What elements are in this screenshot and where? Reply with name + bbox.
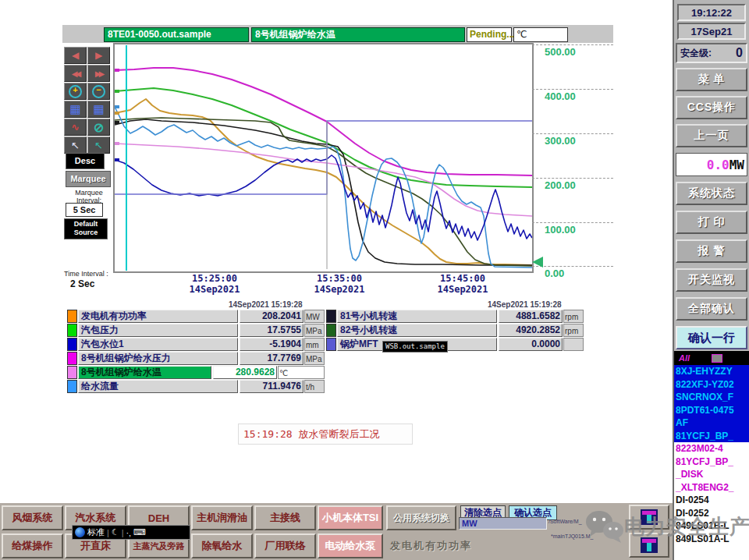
zoom-in-icon[interactable]: + <box>64 83 87 100</box>
trend-pen-icon[interactable]: ∿ <box>64 119 87 136</box>
ccs-operate-button[interactable]: CCS操作 <box>676 96 747 119</box>
legend-value: -5.1904 <box>240 338 304 351</box>
switch-monitor-button[interactable]: 开关监视 <box>676 268 747 292</box>
trend-line <box>115 155 532 240</box>
alarm-item[interactable]: 8223M02-4 <box>674 442 749 455</box>
menu-fengyan[interactable]: 风烟系统 <box>2 505 63 530</box>
previous-page-button[interactable]: 上一页 <box>676 124 747 147</box>
legend-name: 8号机组锅炉给水压力 <box>78 352 238 365</box>
ime-fullhalf-icon[interactable]: ☾ <box>112 527 119 537</box>
ime-mode-label[interactable]: 标准 <box>87 526 105 538</box>
legend-row[interactable]: 汽包压力 17.5755 MPa <box>67 324 325 337</box>
fast-back-icon[interactable]: ◀◀ <box>64 65 87 82</box>
cursor-suppress-icon[interactable]: ↖ <box>87 136 110 154</box>
pen-axis-marker <box>115 69 119 72</box>
trend-icon <box>641 509 658 525</box>
alarm-item[interactable]: _XLT8ENG2_ <box>674 481 749 494</box>
legend-unit: MPa <box>304 324 325 337</box>
alarm-item[interactable]: AF <box>674 416 749 430</box>
legend-name: 汽包压力 <box>78 324 238 337</box>
alarm-item[interactable]: 81YCFJ_BP_ <box>674 430 749 443</box>
cursor-icon[interactable]: ↖ <box>64 136 87 154</box>
mw-value: 0.0 <box>707 158 729 172</box>
default-source-button[interactable]: Default Source <box>64 218 108 239</box>
legend-row[interactable]: 8号机组锅炉给水压力 17.7769 MPa <box>67 352 325 365</box>
legend-row[interactable]: 82号小机转速 4920.2852 rpm <box>326 324 584 337</box>
confirm-one-row-button[interactable]: 确认一行 <box>676 326 747 349</box>
desc-button[interactable]: Desc <box>66 153 105 169</box>
trend-header-strip: 8TE01-0050.out.sample 8号机组锅炉给水温 Pending.… <box>62 25 613 43</box>
zoom-out-icon[interactable]: − <box>87 83 110 100</box>
security-level-box: 安全级: 0 <box>676 43 747 63</box>
alarm-item[interactable]: _DISK <box>674 468 749 481</box>
suppress-icon[interactable]: ⊘ <box>87 119 110 136</box>
ime-toolbar[interactable]: 标准 | ☾ | ·‚ ⌨ <box>72 525 190 540</box>
legend-value: 280.9628 <box>213 366 277 379</box>
alarm-button[interactable]: 报 警 <box>676 239 747 263</box>
ime-logo-icon <box>75 527 85 537</box>
menu-xiaoji-tsi[interactable]: 小机本体TSI <box>318 505 383 530</box>
zero-level-marker-icon <box>532 257 543 268</box>
menu-diandong-pump[interactable]: 电动给水泵 <box>318 533 383 558</box>
trend-page-button-1[interactable] <box>629 505 669 530</box>
legend-row[interactable]: 给水流量 711.9476 t/h <box>67 380 325 393</box>
step-forward-icon[interactable]: ▶ <box>87 47 110 64</box>
legend-unit: t/h <box>304 380 325 393</box>
legend-row[interactable]: 发电机有功功率 208.2041 MW <box>67 310 325 323</box>
alarm-item[interactable]: SNCRNOX_F <box>674 391 749 404</box>
legend-row-selected[interactable]: 8号机组锅炉给水温 280.9628 ℃ <box>67 366 325 379</box>
confirm-all-button[interactable]: 全部确认 <box>676 297 747 321</box>
mw-display: 0.0 MW <box>676 153 747 176</box>
system-status-button[interactable]: 系统状态 <box>676 182 747 205</box>
mw-select-field[interactable]: MW <box>459 517 547 530</box>
marquee-button[interactable]: Marquee <box>66 171 111 187</box>
mw-unit: MW <box>729 158 744 172</box>
menu-chuyang[interactable]: 除氧给水 <box>191 533 253 558</box>
trend-plot-area[interactable] <box>113 43 534 273</box>
alarm-item[interactable]: 81YCFJ_BP_ <box>674 455 749 469</box>
menu-changyong[interactable]: 厂用联络 <box>254 533 316 558</box>
all-filter-label[interactable]: All <box>679 353 690 363</box>
legend-unit: rpm <box>563 310 584 323</box>
grid-view-icon[interactable]: ▦ <box>87 101 110 118</box>
pen-color-swatch <box>67 310 77 323</box>
cursor-suppress-glyph: ↖ <box>94 140 103 151</box>
legend-row[interactable]: 81号小机转速 4881.6582 rpm <box>326 310 584 323</box>
legend-name: 汽包水位1 <box>78 338 238 351</box>
alarm-item[interactable]: 822XFJ-YZ02 <box>674 378 749 392</box>
menu-common-switch[interactable]: 公用系统切换 <box>386 505 456 530</box>
legend-row[interactable]: 锅炉MFT 0.0000 <box>326 338 584 351</box>
alarm-item[interactable]: DI-0252 <box>674 507 749 520</box>
alarm-item[interactable]: DI-0254 <box>674 494 749 507</box>
pen-color-swatch <box>67 324 77 337</box>
time-interval-label: Time Interval : <box>64 270 108 278</box>
ime-punct-icon[interactable]: ·‚ <box>126 528 131 537</box>
main-path-text: *mainTJQ015.M_ <box>551 533 593 539</box>
y-tick-500: 500.00 <box>532 44 613 60</box>
window-view-icon[interactable]: ▦ <box>64 101 87 118</box>
marquee-interval-value[interactable]: 5 Sec <box>66 203 103 217</box>
system-side-panel: 19:12:22 17Sep21 安全级: 0 菜 单 CCS操作 上一页 0.… <box>673 0 749 560</box>
menu-geimei[interactable]: 给煤操作 <box>2 533 63 558</box>
alarm-monitor-icon[interactable] <box>712 354 722 363</box>
alarm-item[interactable]: 849LS01B-L <box>674 519 749 533</box>
legend-row[interactable]: 汽包水位1 -5.1904 mm <box>67 338 325 351</box>
print-button[interactable]: 打 印 <box>676 211 747 234</box>
legend-unit: MW <box>304 310 325 323</box>
alarm-item[interactable]: 849LS01A-L <box>674 533 749 546</box>
alarm-item[interactable]: 8PDT61-0475 <box>674 404 749 417</box>
step-back-icon[interactable]: ◀ <box>64 47 87 64</box>
y-tick-0: 0.00 <box>532 266 613 282</box>
zoom-in-glyph: + <box>69 85 82 98</box>
y-tick-100: 100.00 <box>532 222 613 238</box>
point-tag-box[interactable]: 8TE01-0050.out.sample <box>104 27 249 42</box>
point-description-box[interactable]: 8号机组锅炉给水温 <box>251 27 465 42</box>
status-box: Pending... <box>467 27 512 42</box>
ime-keyboard-icon[interactable]: ⌨ <box>133 527 146 537</box>
menu-zhujiexian[interactable]: 主接线 <box>254 505 316 530</box>
trend-page-button-2[interactable] <box>629 533 669 558</box>
alarm-item[interactable]: 8XJ-EHYZZY <box>674 365 749 378</box>
menu-runhuayou[interactable]: 主机润滑油 <box>191 505 253 530</box>
menu-button[interactable]: 菜 单 <box>676 68 747 91</box>
fast-forward-icon[interactable]: ▶▶ <box>87 65 110 82</box>
